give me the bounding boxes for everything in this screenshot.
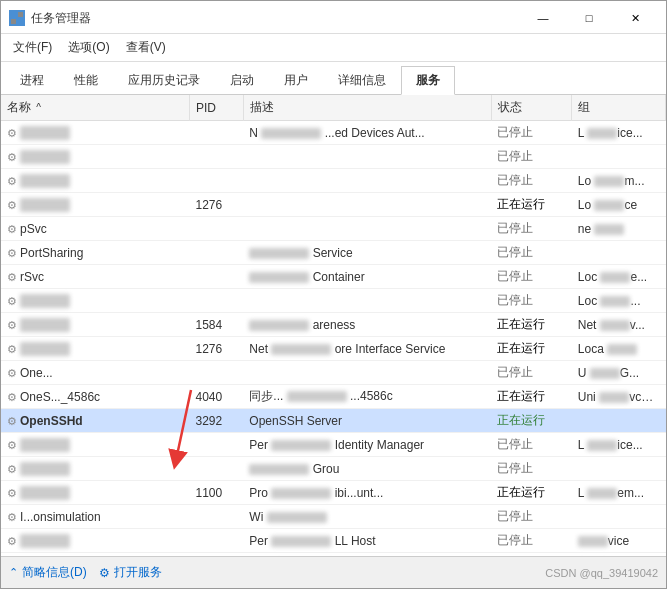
table-row[interactable]: ⚙P...------ Grou已停止 (1, 457, 666, 481)
table-row[interactable]: ⚙I...Per ------ LL Host已停止 ---vice (1, 529, 666, 553)
tab-details[interactable]: 详细信息 (323, 66, 401, 95)
svg-rect-2 (11, 19, 16, 24)
cell-name: ⚙I...onsimulation (1, 505, 189, 529)
table-row[interactable]: ⚙...1584------ areness正在运行Net ---v... (1, 313, 666, 337)
table-row[interactable]: ⚙OpenSSHd3292OpenSSH Server正在运行 (1, 409, 666, 433)
cell-desc: ------ Service (243, 241, 491, 265)
table-row[interactable]: ⚙pSvc已停止ne --- (1, 217, 666, 241)
table-row[interactable]: ⚙rSvc------ Container已停止Loc ---e... (1, 265, 666, 289)
cell-status: 已停止 (491, 121, 572, 145)
tabs-bar: 进程 性能 应用历史记录 启动 用户 详细信息 服务 (1, 62, 666, 95)
col-header-status[interactable]: 状态 (491, 95, 572, 121)
task-manager-window: 任务管理器 — □ ✕ 文件(F) 选项(O) 查看(V) 进程 性能 应用历史… (0, 0, 667, 589)
window-controls: — □ ✕ (520, 7, 658, 29)
tab-performance[interactable]: 性能 (59, 66, 113, 95)
services-table-container[interactable]: 名称 ^ PID 描述 状态 组 ⚙N...N ------ ...ed Dev… (1, 95, 666, 556)
cell-pid (189, 217, 243, 241)
cell-name: ⚙rSvc (1, 265, 189, 289)
cell-desc: ------ areness (243, 313, 491, 337)
gear-icon: ⚙ (7, 151, 17, 163)
cell-desc (243, 217, 491, 241)
table-row[interactable]: ⚙...已停止Loc ---... (1, 289, 666, 313)
cell-group (572, 409, 666, 433)
col-header-group[interactable]: 组 (572, 95, 666, 121)
cell-group: L ---ice... (572, 121, 666, 145)
tab-startup[interactable]: 启动 (215, 66, 269, 95)
close-button[interactable]: ✕ (612, 7, 658, 29)
table-row[interactable]: ⚙One...已停止U ---G... (1, 361, 666, 385)
cell-group: Lo ---m... (572, 169, 666, 193)
col-header-pid[interactable]: PID (189, 95, 243, 121)
cell-name: ⚙OpenSSHd (1, 409, 189, 433)
cell-pid: 1584 (189, 313, 243, 337)
cell-name: ⚙I... (1, 529, 189, 553)
cell-desc (243, 145, 491, 169)
table-row[interactable]: ⚙ns...1276Net ------ ore Interface Servi… (1, 337, 666, 361)
col-header-desc[interactable]: 描述 (243, 95, 491, 121)
gear-icon: ⚙ (7, 175, 17, 187)
open-services-link[interactable]: ⚙ 打开服务 (99, 564, 162, 581)
col-header-name[interactable]: 名称 ^ (1, 95, 189, 121)
minimize-button[interactable]: — (520, 7, 566, 29)
svg-rect-3 (18, 19, 23, 24)
cell-desc: 同步... ------ ...4586c (243, 385, 491, 409)
cell-desc (243, 361, 491, 385)
cell-pid (189, 433, 243, 457)
cell-desc: Wi ------ (243, 505, 491, 529)
cell-pid (189, 289, 243, 313)
gear-icon: ⚙ (7, 127, 17, 139)
gear-icon: ⚙ (7, 199, 17, 211)
cell-group: ---vice (572, 529, 666, 553)
cell-desc: OpenSSH Server (243, 409, 491, 433)
cell-name: ⚙ns... (1, 337, 189, 361)
bottom-bar: ⌃ 简略信息(D) ⚙ 打开服务 CSDN @qq_39419042 (1, 556, 666, 588)
chevron-up-icon: ⌃ (9, 566, 18, 579)
cell-group: Loc ---e... (572, 265, 666, 289)
cell-status: 正在运行 (491, 481, 572, 505)
table-row[interactable]: ⚙I...onsimulationWi ------已停止 (1, 505, 666, 529)
cell-group: Uni ---vcG... (572, 385, 666, 409)
cell-status: 正在运行 (491, 337, 572, 361)
services-table: 名称 ^ PID 描述 状态 组 ⚙N...N ------ ...ed Dev… (1, 95, 666, 556)
svg-rect-0 (11, 12, 16, 17)
cell-status: 已停止 (491, 241, 572, 265)
gear-icon: ⚙ (7, 271, 17, 283)
menu-view[interactable]: 查看(V) (118, 36, 174, 59)
cell-status: 已停止 (491, 265, 572, 289)
cell-pid (189, 169, 243, 193)
cell-name: ⚙PortSharing (1, 241, 189, 265)
app-icon (9, 10, 25, 26)
cell-name: ⚙... (1, 289, 189, 313)
maximize-button[interactable]: □ (566, 7, 612, 29)
table-row[interactable]: ⚙PortSharing------ Service已停止 (1, 241, 666, 265)
table-row[interactable]: ⚙P...1100Pro ------ ibi...unt...正在运行L --… (1, 481, 666, 505)
cell-pid: 3292 (189, 409, 243, 433)
tab-users[interactable]: 用户 (269, 66, 323, 95)
gear-icon: ⚙ (7, 463, 17, 475)
cell-pid (189, 457, 243, 481)
cell-status: 已停止 (491, 217, 572, 241)
table-row[interactable]: ⚙P...MaintenanceSvcCon ------已停止 ---vcG.… (1, 553, 666, 557)
cell-name: ⚙... (1, 169, 189, 193)
table-row[interactable]: ⚙I...1276正在运行Lo ---ce (1, 193, 666, 217)
tab-services[interactable]: 服务 (401, 66, 455, 95)
table-row[interactable]: ⚙N...已停止 (1, 145, 666, 169)
cell-group: ne --- (572, 217, 666, 241)
cell-pid (189, 529, 243, 553)
table-row[interactable]: ⚙OneS..._4586c4040同步... ------ ...4586c正… (1, 385, 666, 409)
menu-file[interactable]: 文件(F) (5, 36, 60, 59)
cell-status: 已停止 (491, 433, 572, 457)
tab-app-history[interactable]: 应用历史记录 (113, 66, 215, 95)
summary-info-link[interactable]: ⌃ 简略信息(D) (9, 564, 87, 581)
gear-icon: ⚙ (99, 566, 110, 580)
table-row[interactable]: ⚙p...Per ------ Identity Manager已停止L ---… (1, 433, 666, 457)
cell-pid (189, 241, 243, 265)
cell-group: L ---em... (572, 481, 666, 505)
cell-pid: 4040 (189, 385, 243, 409)
cell-status: 已停止 (491, 169, 572, 193)
tab-processes[interactable]: 进程 (5, 66, 59, 95)
table-row[interactable]: ⚙...已停止Lo ---m... (1, 169, 666, 193)
menu-options[interactable]: 选项(O) (60, 36, 117, 59)
cell-pid (189, 265, 243, 289)
table-row[interactable]: ⚙N...N ------ ...ed Devices Aut...已停止L -… (1, 121, 666, 145)
